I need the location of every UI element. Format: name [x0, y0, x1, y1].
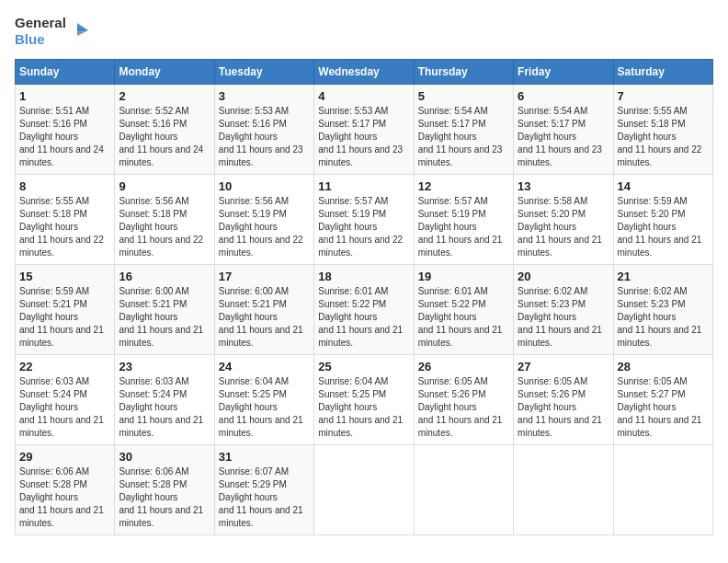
day-info: Sunrise: 5:57 AMSunset: 5:19 PMDaylight …: [318, 196, 403, 258]
day-info: Sunrise: 6:00 AMSunset: 5:21 PMDaylight …: [119, 286, 203, 348]
calendar-cell: 10 Sunrise: 5:56 AMSunset: 5:19 PMDaylig…: [214, 175, 313, 265]
calendar-cell: 30 Sunrise: 6:06 AMSunset: 5:28 PMDaylig…: [115, 445, 214, 535]
day-number: 24: [219, 360, 310, 373]
calendar-body: 1 Sunrise: 5:51 AMSunset: 5:16 PMDayligh…: [16, 85, 713, 535]
day-number: 1: [19, 89, 110, 103]
day-number: 21: [618, 270, 709, 283]
calendar-cell: 26 Sunrise: 6:05 AMSunset: 5:26 PMDaylig…: [414, 355, 513, 445]
day-info: Sunrise: 5:59 AMSunset: 5:21 PMDaylight …: [19, 286, 104, 348]
calendar-cell: 19 Sunrise: 6:01 AMSunset: 5:22 PMDaylig…: [414, 265, 513, 355]
calendar-cell: 28 Sunrise: 6:05 AMSunset: 5:27 PMDaylig…: [613, 355, 712, 445]
calendar-cell: 24 Sunrise: 6:04 AMSunset: 5:25 PMDaylig…: [214, 355, 313, 445]
day-number: 22: [19, 360, 110, 373]
day-number: 12: [418, 179, 509, 193]
week-row-1: 1 Sunrise: 5:51 AMSunset: 5:16 PMDayligh…: [16, 85, 713, 175]
calendar-cell: 14 Sunrise: 5:59 AMSunset: 5:20 PMDaylig…: [613, 175, 712, 265]
calendar-cell: 18 Sunrise: 6:01 AMSunset: 5:22 PMDaylig…: [314, 265, 414, 355]
day-number: 26: [418, 360, 509, 373]
day-number: 30: [119, 450, 210, 464]
header-thursday: Thursday: [414, 60, 513, 85]
day-info: Sunrise: 6:06 AMSunset: 5:28 PMDaylight …: [19, 466, 104, 528]
calendar-cell: [613, 445, 712, 535]
day-number: 19: [418, 270, 509, 283]
calendar-cell: 5 Sunrise: 5:54 AMSunset: 5:17 PMDayligh…: [414, 85, 513, 175]
day-number: 18: [318, 270, 409, 283]
logo-bird-icon: [68, 21, 88, 41]
calendar-cell: 13 Sunrise: 5:58 AMSunset: 5:20 PMDaylig…: [514, 175, 613, 265]
header-saturday: Saturday: [613, 60, 712, 85]
day-number: 7: [618, 89, 709, 103]
day-info: Sunrise: 6:00 AMSunset: 5:21 PMDaylight …: [219, 286, 303, 348]
day-info: Sunrise: 5:59 AMSunset: 5:20 PMDaylight …: [618, 196, 702, 258]
calendar-cell: 4 Sunrise: 5:53 AMSunset: 5:17 PMDayligh…: [314, 85, 414, 175]
day-number: 27: [518, 360, 609, 373]
calendar-cell: [414, 445, 513, 535]
header: General Blue: [15, 15, 713, 48]
day-info: Sunrise: 5:52 AMSunset: 5:16 PMDaylight …: [119, 106, 203, 167]
day-number: 25: [318, 360, 409, 373]
day-number: 8: [19, 179, 110, 193]
day-number: 16: [119, 270, 210, 283]
calendar-cell: 7 Sunrise: 5:55 AMSunset: 5:18 PMDayligh…: [613, 85, 712, 175]
day-info: Sunrise: 5:53 AMSunset: 5:16 PMDaylight …: [219, 106, 303, 167]
day-info: Sunrise: 6:05 AMSunset: 5:26 PMDaylight …: [418, 376, 503, 438]
day-number: 2: [119, 89, 210, 103]
calendar-cell: 16 Sunrise: 6:00 AMSunset: 5:21 PMDaylig…: [115, 265, 214, 355]
day-info: Sunrise: 6:02 AMSunset: 5:23 PMDaylight …: [618, 286, 702, 348]
header-wednesday: Wednesday: [314, 60, 414, 85]
calendar-cell: 6 Sunrise: 5:54 AMSunset: 5:17 PMDayligh…: [514, 85, 613, 175]
day-number: 17: [219, 270, 310, 283]
week-row-4: 22 Sunrise: 6:03 AMSunset: 5:24 PMDaylig…: [16, 355, 713, 445]
day-number: 10: [219, 179, 310, 193]
calendar-cell: 9 Sunrise: 5:56 AMSunset: 5:18 PMDayligh…: [115, 175, 214, 265]
day-info: Sunrise: 5:57 AMSunset: 5:19 PMDaylight …: [418, 196, 503, 258]
day-number: 28: [618, 360, 709, 373]
day-number: 15: [19, 270, 110, 283]
day-info: Sunrise: 6:03 AMSunset: 5:24 PMDaylight …: [119, 376, 203, 438]
header-friday: Friday: [514, 60, 613, 85]
day-info: Sunrise: 5:56 AMSunset: 5:19 PMDaylight …: [219, 196, 303, 258]
day-info: Sunrise: 6:05 AMSunset: 5:27 PMDaylight …: [618, 376, 702, 438]
calendar-cell: 12 Sunrise: 5:57 AMSunset: 5:19 PMDaylig…: [414, 175, 513, 265]
calendar-cell: 21 Sunrise: 6:02 AMSunset: 5:23 PMDaylig…: [613, 265, 712, 355]
header-row: SundayMondayTuesdayWednesdayThursdayFrid…: [16, 60, 713, 85]
day-info: Sunrise: 5:54 AMSunset: 5:17 PMDaylight …: [418, 106, 503, 167]
day-number: 14: [618, 179, 709, 193]
calendar-cell: 11 Sunrise: 5:57 AMSunset: 5:19 PMDaylig…: [314, 175, 414, 265]
day-number: 5: [418, 89, 509, 103]
week-row-3: 15 Sunrise: 5:59 AMSunset: 5:21 PMDaylig…: [16, 265, 713, 355]
day-info: Sunrise: 5:54 AMSunset: 5:17 PMDaylight …: [518, 106, 602, 167]
calendar-cell: 8 Sunrise: 5:55 AMSunset: 5:18 PMDayligh…: [16, 175, 115, 265]
calendar-cell: 29 Sunrise: 6:06 AMSunset: 5:28 PMDaylig…: [16, 445, 115, 535]
day-number: 6: [518, 89, 609, 103]
day-info: Sunrise: 6:07 AMSunset: 5:29 PMDaylight …: [219, 466, 303, 528]
calendar-cell: 20 Sunrise: 6:02 AMSunset: 5:23 PMDaylig…: [514, 265, 613, 355]
day-info: Sunrise: 6:04 AMSunset: 5:25 PMDaylight …: [318, 376, 403, 438]
calendar-table: SundayMondayTuesdayWednesdayThursdayFrid…: [15, 59, 713, 535]
week-row-2: 8 Sunrise: 5:55 AMSunset: 5:18 PMDayligh…: [16, 175, 713, 265]
calendar-cell: 25 Sunrise: 6:04 AMSunset: 5:25 PMDaylig…: [314, 355, 414, 445]
day-number: 29: [19, 450, 110, 464]
calendar-cell: 2 Sunrise: 5:52 AMSunset: 5:16 PMDayligh…: [115, 85, 214, 175]
day-number: 13: [518, 179, 609, 193]
day-number: 4: [318, 89, 409, 103]
calendar-cell: [314, 445, 414, 535]
day-info: Sunrise: 6:02 AMSunset: 5:23 PMDaylight …: [518, 286, 602, 348]
logo: General Blue: [15, 15, 88, 48]
calendar-cell: 3 Sunrise: 5:53 AMSunset: 5:16 PMDayligh…: [214, 85, 313, 175]
day-info: Sunrise: 5:53 AMSunset: 5:17 PMDaylight …: [318, 106, 403, 167]
day-number: 20: [518, 270, 609, 283]
week-row-5: 29 Sunrise: 6:06 AMSunset: 5:28 PMDaylig…: [16, 445, 713, 535]
day-info: Sunrise: 6:01 AMSunset: 5:22 PMDaylight …: [318, 286, 403, 348]
calendar-cell: 22 Sunrise: 6:03 AMSunset: 5:24 PMDaylig…: [16, 355, 115, 445]
day-info: Sunrise: 6:04 AMSunset: 5:25 PMDaylight …: [219, 376, 303, 438]
day-info: Sunrise: 5:55 AMSunset: 5:18 PMDaylight …: [19, 196, 104, 258]
day-number: 9: [119, 179, 210, 193]
calendar-cell: 15 Sunrise: 5:59 AMSunset: 5:21 PMDaylig…: [16, 265, 115, 355]
calendar-cell: 31 Sunrise: 6:07 AMSunset: 5:29 PMDaylig…: [214, 445, 313, 535]
calendar-header: SundayMondayTuesdayWednesdayThursdayFrid…: [16, 60, 713, 85]
day-number: 3: [219, 89, 310, 103]
calendar-cell: 17 Sunrise: 6:00 AMSunset: 5:21 PMDaylig…: [214, 265, 313, 355]
calendar-cell: 23 Sunrise: 6:03 AMSunset: 5:24 PMDaylig…: [115, 355, 214, 445]
header-sunday: Sunday: [16, 60, 115, 85]
